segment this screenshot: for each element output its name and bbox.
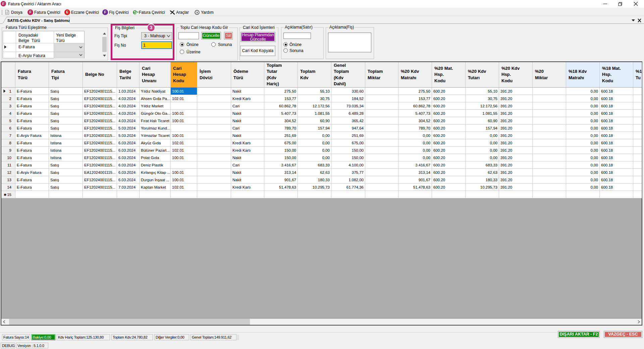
svg-text:?: ? — [196, 11, 198, 14]
